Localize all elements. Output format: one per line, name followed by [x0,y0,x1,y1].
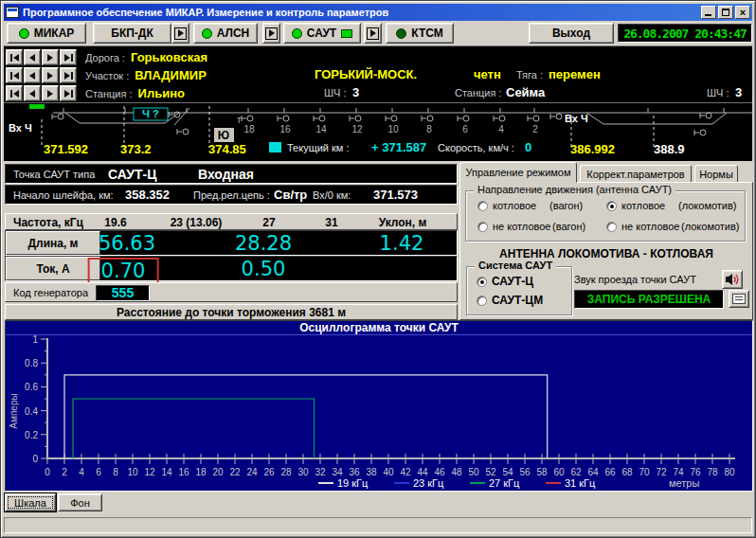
tab-mode-control[interactable]: Управление режимом [459,162,577,183]
svg-text:8: 8 [426,124,432,134]
station-prev-button[interactable] [24,85,41,101]
track-schematic: 18161412108642Ч ?ЮтВх ЧВх Ч371.592373.23… [4,102,752,161]
point-type-label: Точка САУТ типа [13,169,95,180]
radio-boiler-wagon[interactable]: котловое (вагон) [477,200,583,211]
scale-button[interactable]: Шкала [5,493,56,511]
road-prev-button[interactable] [24,49,41,65]
svg-text:52: 52 [485,467,496,477]
close-button[interactable]: × [735,6,750,19]
sound-label: Звук проезда точки САУТ [574,274,696,285]
radio-saut-cm[interactable]: САУТ-ЦМ [477,294,543,307]
tab-norms[interactable]: Нормы [694,165,738,183]
section-last-button[interactable] [60,67,77,83]
svg-text:58: 58 [536,467,548,477]
traction-label: Тяга : [516,69,543,81]
svg-text:0.4: 0.4 [25,406,38,417]
sound-toggle-button[interactable] [722,270,743,289]
main-content: Точка САУТ типа САУТ-Ц Входная Начало шл… [1,162,756,320]
svg-text:0: 0 [525,140,531,154]
oscillogram-panel: Осциллограмма точки САУТ 00.20.40.60.810… [5,320,753,492]
road-next-button[interactable] [42,49,59,65]
road-last-button[interactable] [60,49,77,65]
alsn-button[interactable]: АЛСН [193,23,258,44]
mikar-button[interactable]: МИКАР [7,23,86,44]
footer-buttons: Шкала Фон [5,493,102,512]
frequency-header-row: Частота, кГц 19.6 23 (13.06) 27 31 Уклон… [5,213,458,230]
svg-text:0: 0 [32,454,38,464]
ktsm-button[interactable]: КТСМ [386,23,454,44]
radio-boiler-locomotive[interactable]: котловое (локомотив) [606,200,737,211]
vh0-value: 371.573 [373,188,418,202]
bkp-dk-button[interactable]: БКП-ДК [93,23,171,44]
length-row: Длина, м 56.63 28.28 1.42 [5,230,458,256]
svg-text:т: т [237,115,242,125]
svg-text:60: 60 [553,467,565,477]
app-window: Программное обеспечение МИКАР. Измерение… [0,0,756,538]
generator-code-label: Код генератора [13,287,88,298]
section-first-button[interactable] [6,67,23,83]
svg-text:374.85: 374.85 [208,142,246,156]
current-label: Ток, А [6,257,100,280]
radio-non-boiler-locomotive[interactable]: не котловое (локомотив) [606,221,740,232]
svg-text:2: 2 [62,467,67,477]
svg-text:12: 12 [351,124,363,134]
maximize-button[interactable] [718,6,733,19]
alsn-expand-button[interactable] [262,23,280,44]
ktsm-led-icon [396,28,406,39]
background-button[interactable]: Фон [58,493,102,511]
road-first-button[interactable] [6,49,23,65]
svg-text:0.2: 0.2 [25,430,38,440]
saut-button[interactable]: САУТ [283,23,361,44]
svg-text:56: 56 [519,467,531,477]
mikar-label: МИКАР [34,27,75,40]
section-next-button[interactable] [42,67,59,83]
station-next-button[interactable] [42,85,59,101]
point-kind-value: Входная [198,167,254,182]
generator-code-value: 555 [96,285,150,301]
track-schematic-diagram: 18161412108642Ч ?ЮтВх ЧВх Ч371.592373.23… [4,103,754,160]
saut-point-panel: Точка САУТ типа САУТ-Ц Входная Начало шл… [5,162,458,320]
minimize-icon [705,14,711,16]
svg-text:74: 74 [673,467,684,477]
svg-text:Скорость, км/ч :: Скорость, км/ч : [438,142,514,153]
bkp-dk-label: БКП-ДК [111,27,153,40]
svg-text:80: 80 [724,467,735,477]
chart-title: Осциллограмма точки САУТ [6,321,752,335]
svg-text:+ 371.587: + 371.587 [371,140,426,154]
svg-text:12: 12 [144,467,155,477]
svg-text:24: 24 [246,467,258,477]
station-last-button[interactable] [60,85,77,101]
record-log-button[interactable] [729,290,749,308]
station-right-label: Станция : [455,87,502,99]
saut-expand-button[interactable] [364,23,382,44]
svg-text:46: 46 [434,467,445,477]
svg-text:68: 68 [621,467,633,477]
right-arrow-icon [174,27,187,40]
radio-saut-c[interactable]: САУТ-Ц [477,275,533,288]
exit-label: Выход [552,27,590,40]
point-type-value: САУТ-Ц [108,167,157,182]
length-27-value: 28.28 [235,232,292,255]
svg-text:44: 44 [417,467,428,477]
station-first-button[interactable] [6,85,23,101]
svg-text:30: 30 [297,467,309,477]
ktsm-label: КТСМ [411,27,442,40]
tab-param-correction[interactable]: Коррект.параметров [580,165,692,183]
alsn-label: АЛСН [217,27,250,40]
minimize-button[interactable] [701,6,716,19]
section-prev-button[interactable] [24,67,41,83]
bkp-dk-expand-button[interactable] [171,23,189,44]
maximize-icon [722,9,729,16]
svg-text:371.592: 371.592 [44,142,88,156]
svg-text:2: 2 [532,124,538,134]
svg-text:76: 76 [690,467,701,477]
shch-right-value: 3 [735,85,742,99]
exit-button[interactable]: Выход [529,23,614,44]
freq-23-header: 23 (13.06) [171,216,223,229]
freq-31-header: 31 [325,216,337,229]
svg-text:16: 16 [279,124,291,134]
saut-led-icon [292,28,302,39]
radio-non-boiler-wagon[interactable]: не котловое (вагон) [477,221,585,232]
speaker-icon [725,273,740,286]
direction-groupbox: Направление движения (антенна САУТ) котл… [465,190,746,242]
